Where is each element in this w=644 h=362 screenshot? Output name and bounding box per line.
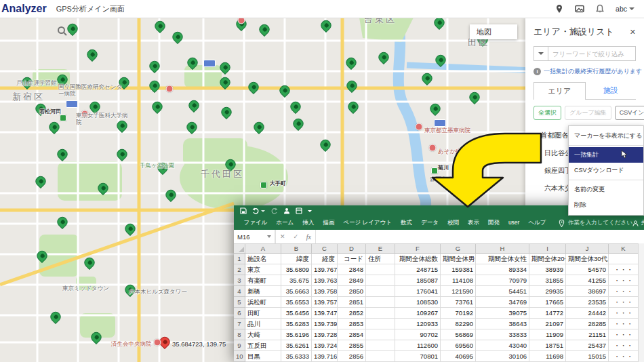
grid-cell[interactable] bbox=[366, 275, 395, 286]
column-header[interactable]: A bbox=[245, 244, 281, 254]
tell-me-box[interactable]: 作業を入力してください bbox=[559, 219, 632, 227]
grid-cell[interactable]: 28285 bbox=[566, 319, 609, 329]
menu-item[interactable]: 削除 bbox=[569, 197, 643, 213]
grid-cell[interactable]: 浜松町 bbox=[245, 297, 281, 308]
grid-cell[interactable]: コード bbox=[338, 254, 366, 264]
action-button[interactable]: グループ編集 bbox=[565, 106, 611, 120]
grid-cell[interactable]: ・・・ bbox=[609, 308, 639, 319]
grid-cell[interactable]: ・・・ bbox=[609, 275, 639, 286]
tab-facility[interactable]: 施設 bbox=[586, 82, 637, 100]
grid-cell[interactable]: 24442 bbox=[566, 308, 609, 319]
row-header[interactable]: 3 bbox=[234, 275, 245, 286]
expand-caret-icon[interactable] bbox=[534, 133, 537, 138]
grid-cell[interactable]: 54451 bbox=[476, 286, 529, 297]
row-header[interactable]: 6 bbox=[234, 308, 245, 319]
grid-cell[interactable]: 11909 bbox=[529, 329, 566, 340]
grid-cell[interactable]: 176041 bbox=[395, 286, 441, 297]
close-icon[interactable]: ✕ bbox=[630, 28, 636, 37]
grid-cell[interactable]: 38697 bbox=[566, 286, 609, 297]
action-button[interactable]: CSVインポート bbox=[615, 106, 644, 120]
grid-cell[interactable]: ・・・ bbox=[609, 319, 639, 329]
grid-cell[interactable]: 39075 bbox=[476, 308, 529, 319]
grid-cell[interactable]: 2855 bbox=[338, 340, 366, 351]
grid-cell[interactable]: 期間全体女性 bbox=[476, 254, 529, 264]
grid-cell[interactable]: 43040 bbox=[476, 340, 529, 351]
menu-item[interactable]: CSVダウンロード bbox=[569, 163, 643, 178]
grid-cell[interactable]: 139.747 bbox=[312, 308, 338, 319]
grid-cell[interactable]: 90702 bbox=[395, 329, 441, 340]
grid-cell[interactable]: 139.767 bbox=[312, 264, 338, 275]
grid-cell[interactable]: 2848 bbox=[338, 264, 366, 275]
grid-cell[interactable]: 15015 bbox=[566, 351, 609, 362]
column-header[interactable]: G bbox=[441, 244, 476, 254]
grid-cell[interactable]: 14772 bbox=[529, 308, 566, 319]
grid-cell[interactable]: 139.728 bbox=[312, 329, 338, 340]
ribbon-tab[interactable]: 挿入 bbox=[298, 219, 319, 227]
grid-cell[interactable]: 139.739 bbox=[312, 319, 338, 329]
grid-cell[interactable]: 56869 bbox=[441, 329, 476, 340]
grid-cell[interactable]: 38643 bbox=[476, 319, 529, 329]
grid-cell[interactable]: 有楽町 bbox=[245, 275, 281, 286]
grid-cell[interactable]: 35.6261 bbox=[281, 340, 312, 351]
grid-cell[interactable]: ・・・ bbox=[609, 264, 639, 275]
grid-cell[interactable] bbox=[366, 340, 395, 351]
grid-cell[interactable]: 139.716 bbox=[312, 351, 338, 362]
vertical-scrollbar[interactable] bbox=[638, 243, 644, 362]
grid-cell[interactable] bbox=[366, 329, 395, 340]
ribbon-tab[interactable]: ホーム bbox=[272, 219, 298, 227]
grid-cell[interactable]: 21151 bbox=[566, 329, 609, 340]
menu-item[interactable]: 名前の変更 bbox=[569, 182, 643, 197]
grid-cell[interactable]: 35.6333 bbox=[281, 351, 312, 362]
grid-cell[interactable]: 11698 bbox=[529, 351, 566, 362]
grid-cell[interactable]: 東京 bbox=[245, 264, 281, 275]
ribbon-tab[interactable]: データ bbox=[416, 219, 443, 227]
map-type-control[interactable]: 地図 bbox=[470, 24, 517, 39]
column-header[interactable]: F bbox=[395, 244, 441, 254]
grid-cell[interactable]: 139.757 bbox=[312, 297, 338, 308]
grid-cell[interactable]: 五反田 bbox=[245, 340, 281, 351]
grid-cell[interactable]: 70192 bbox=[441, 308, 476, 319]
ribbon-tab[interactable]: ページ レイアウト bbox=[339, 219, 397, 227]
grid-cell[interactable] bbox=[366, 297, 395, 308]
grid-cell[interactable]: 35.675 bbox=[281, 275, 312, 286]
grid-cell[interactable]: 35.6663 bbox=[281, 286, 312, 297]
grid-cell[interactable]: 29935 bbox=[529, 286, 566, 297]
row-header[interactable]: 4 bbox=[234, 286, 245, 297]
grid-cell[interactable]: 田町 bbox=[245, 308, 281, 319]
grid-cell[interactable]: 69560 bbox=[441, 340, 476, 351]
grid-cell[interactable]: 期間全体20代 bbox=[529, 254, 566, 264]
grid-cell[interactable]: 期間全体30代 bbox=[566, 254, 609, 264]
grid-cell[interactable]: 33833 bbox=[476, 329, 529, 340]
grid-cell[interactable]: 108530 bbox=[395, 297, 441, 308]
freeword-filter-input[interactable] bbox=[548, 46, 636, 61]
column-header[interactable]: K bbox=[609, 244, 639, 254]
grid-cell[interactable]: 新橋 bbox=[245, 286, 281, 297]
menu-item[interactable]: 一括集計 bbox=[569, 147, 643, 163]
grid-cell[interactable]: 35.6456 bbox=[281, 308, 312, 319]
ribbon-tab[interactable]: 表示 bbox=[463, 219, 483, 227]
grid-cell[interactable]: 185087 bbox=[395, 275, 441, 286]
column-header[interactable]: B bbox=[281, 244, 312, 254]
bell-icon[interactable] bbox=[595, 4, 605, 14]
person-icon[interactable] bbox=[283, 207, 290, 214]
row-header[interactable]: 7 bbox=[234, 319, 245, 329]
grid-cell[interactable]: 住所 bbox=[366, 254, 395, 264]
grid-cell[interactable] bbox=[366, 319, 395, 329]
column-header[interactable]: E bbox=[366, 244, 395, 254]
ribbon-tab[interactable]: 開発 bbox=[483, 219, 504, 227]
name-box[interactable]: M16 bbox=[234, 230, 276, 243]
row-header[interactable]: 9 bbox=[234, 340, 245, 351]
column-header[interactable]: D bbox=[338, 244, 366, 254]
grid-cell[interactable]: 31855 bbox=[529, 275, 566, 286]
grid-cell[interactable]: 73761 bbox=[441, 297, 476, 308]
grid-cell[interactable]: 施設名 bbox=[245, 254, 281, 264]
grid-cell[interactable]: 112600 bbox=[395, 340, 441, 351]
column-header[interactable]: J bbox=[566, 244, 609, 254]
grid-cell[interactable]: 82290 bbox=[441, 319, 476, 329]
grid-cell[interactable] bbox=[366, 308, 395, 319]
quick-access-dropdown-icon[interactable] bbox=[308, 210, 312, 212]
grid-cell[interactable]: 目黒 bbox=[245, 351, 281, 362]
customize-icon[interactable] bbox=[296, 207, 302, 214]
location-pin-icon[interactable] bbox=[555, 4, 564, 14]
column-header[interactable]: C bbox=[312, 244, 338, 254]
